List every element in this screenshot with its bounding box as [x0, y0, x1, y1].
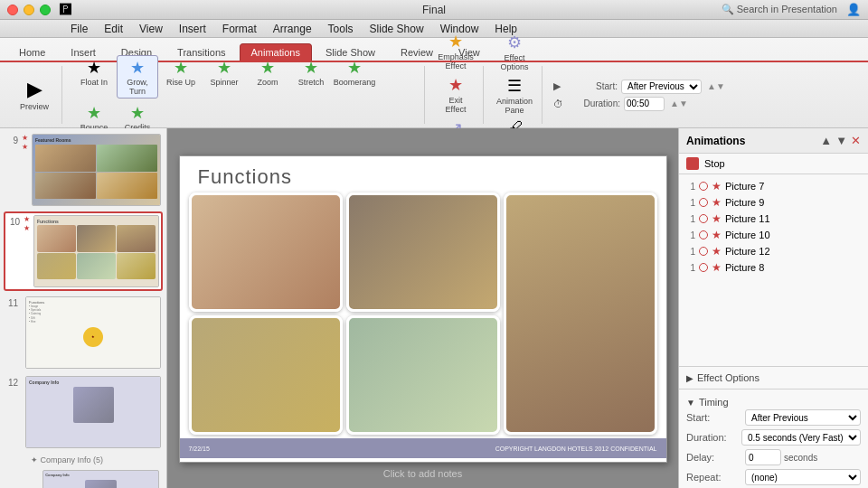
slide-thumb-12[interactable]: 12 Company Info: [4, 374, 163, 450]
timing-duration-select[interactable]: 0.5 seconds (Very Fast) 1 second (Fast) …: [741, 429, 861, 446]
timing-delay-input[interactable]: [745, 449, 781, 465]
stop-label: Stop: [704, 158, 725, 169]
boomerang-icon: ★: [347, 58, 362, 78]
slide-photos: [189, 192, 657, 435]
anim-float-in[interactable]: ★ Float In: [73, 55, 115, 99]
anim-star-1: ★: [712, 196, 722, 209]
menu-arrange[interactable]: Arrange: [266, 22, 319, 36]
company-info-slide-extra: 12 Company Info: [4, 470, 163, 488]
rise-up-icon: ★: [174, 58, 188, 78]
ribbon-group-effects: ★ EmphasisEffect ★ ExitEffect ↗ PathAnim…: [429, 66, 484, 124]
preview-icon: ▶: [27, 78, 42, 101]
slide-num-11: 11: [5, 296, 18, 308]
slide-thumb-11[interactable]: 11 Functions • Image• Specials• Catering…: [4, 295, 163, 371]
slide-footer-date: 7/22/15: [189, 446, 210, 452]
stop-indicator: [686, 157, 699, 170]
slide-photo-3: [504, 192, 657, 435]
menu-view[interactable]: View: [132, 22, 170, 36]
menubar: File Edit View Insert Format Arrange Too…: [0, 20, 868, 38]
tab-home[interactable]: Home: [7, 43, 57, 61]
anim-star-2: ★: [712, 212, 722, 225]
anim-zoom[interactable]: ★ Zoom: [247, 55, 288, 99]
close-panel-icon[interactable]: ✕: [851, 134, 861, 147]
minimize-button[interactable]: [24, 5, 34, 15]
anim-spinner[interactable]: ★ Spinner: [203, 55, 245, 99]
slide-title: Functions: [198, 165, 292, 189]
anim-circle-3: [699, 230, 708, 239]
effect-options-toggle[interactable]: ▶ Effect Options: [686, 371, 861, 385]
slide-footer-copyright: COPYRIGHT LANGDON HOTELS 2012 CONFIDENTI…: [495, 446, 657, 452]
anim-name-1: Picture 9: [725, 197, 863, 208]
effect-options-arrow: ▶: [686, 373, 693, 383]
slide-canvas[interactable]: Functions 7/22/15 COPYRIGHT LANGDON HOTE…: [179, 155, 667, 463]
timing-delay-row: Delay: seconds: [686, 449, 861, 465]
start-select[interactable]: After Previous On Click With Previous: [621, 80, 702, 94]
anim-rise-up[interactable]: ★ Rise Up: [160, 55, 202, 99]
ribbon-group-preview: ▶ Preview: [7, 66, 62, 124]
ribbon-group-options: ⚙ EffectOptions ☰ AnimationPane 🖌 Animat…: [487, 66, 542, 124]
preview-label: Preview: [20, 103, 49, 112]
menu-format[interactable]: Format: [215, 22, 264, 36]
duration-input[interactable]: [624, 97, 665, 111]
anim-name-2: Picture 11: [725, 213, 863, 224]
spinner-icon: ★: [217, 58, 231, 78]
anim-circle-2: [699, 214, 708, 223]
anim-grow-turn[interactable]: ★ Grow, Turn: [117, 55, 158, 99]
add-notes-area[interactable]: Click to add notes: [383, 468, 462, 479]
exit-icon: ★: [448, 75, 463, 95]
titlebar-title: Final: [422, 4, 446, 16]
effect-options-button[interactable]: ⚙ EffectOptions: [495, 31, 534, 74]
ribbon-toolbar: Home Insert Design Transitions Animation…: [0, 38, 868, 128]
timing-start-select[interactable]: After Previous On Click With Previous: [745, 409, 861, 426]
slide-editing-area: Functions 7/22/15 COPYRIGHT LANGDON HOTE…: [167, 128, 678, 488]
anim-item-2[interactable]: 1 ★ Picture 11: [679, 211, 868, 227]
anim-circle-1: [699, 198, 708, 207]
menu-edit[interactable]: Edit: [97, 22, 130, 36]
float-in-icon: ★: [87, 58, 101, 78]
move-down-icon[interactable]: ▼: [835, 134, 847, 147]
anim-item-3[interactable]: 1 ★ Picture 10: [679, 227, 868, 243]
timing-toggle[interactable]: ▼ Timing: [686, 395, 861, 409]
slide-thumb-9[interactable]: 9 ★ ★ Featured Rooms: [4, 132, 163, 208]
close-button[interactable]: [7, 5, 18, 15]
timing-repeat-row: Repeat: (none) 2 3 Until Next Click: [686, 469, 861, 485]
effect-options-section: ▶ Effect Options: [679, 366, 868, 389]
start-label: Start:: [568, 81, 618, 91]
exit-effect-button[interactable]: ★ ExitEffect: [436, 73, 476, 117]
slide-thumb-10[interactable]: 10 ★ ★ Functions: [4, 211, 163, 291]
anim-item-0[interactable]: 1 ★ Picture 7: [679, 178, 868, 194]
anim-stretch[interactable]: ★ Stretch: [290, 55, 332, 99]
anim-num-1: 1: [684, 198, 695, 208]
anim-item-4[interactable]: 1 ★ Picture 12: [679, 243, 868, 259]
anim-star-4: ★: [712, 245, 722, 258]
anim-boomerang[interactable]: ★ Boomerang: [334, 55, 375, 99]
timing-repeat-select[interactable]: (none) 2 3 Until Next Click: [745, 469, 861, 485]
timing-start-row: Start: After Previous On Click With Prev…: [686, 409, 861, 426]
timing-arrow: ▼: [686, 398, 695, 408]
menu-insert[interactable]: Insert: [172, 22, 213, 36]
maximize-button[interactable]: [40, 5, 51, 15]
effect-options-icon: ⚙: [507, 33, 522, 52]
anim-num-4: 1: [684, 247, 695, 257]
menu-file[interactable]: File: [63, 22, 95, 36]
menu-tools[interactable]: Tools: [321, 22, 361, 36]
titlebar-right: 🔍 Search in Presentation 👤: [722, 3, 861, 16]
timing-duration-label: Duration:: [686, 432, 741, 443]
anim-star-3: ★: [712, 229, 722, 241]
ribbon-group-timing: ▶ Start: After Previous On Click With Pr…: [546, 66, 732, 124]
move-up-icon[interactable]: ▲: [820, 134, 832, 147]
emphasis-effect-button[interactable]: ★ EmphasisEffect: [436, 30, 476, 73]
zoom-icon: ★: [260, 58, 275, 78]
stretch-icon: ★: [304, 58, 318, 78]
anim-num-0: 1: [684, 182, 695, 192]
menu-slideshow[interactable]: Slide Show: [363, 22, 431, 36]
anim-item-5[interactable]: 1 ★ Picture 8: [679, 259, 868, 276]
timing-delay-unit: seconds: [784, 453, 817, 463]
anim-name-0: Picture 7: [725, 181, 863, 192]
preview-button[interactable]: ▶ Preview: [14, 73, 54, 117]
slide-thumbnail-9: Featured Rooms: [32, 134, 161, 206]
slide-num-12: 12: [5, 376, 18, 388]
animation-pane-button[interactable]: ☰ AnimationPane: [495, 74, 534, 117]
anim-item-1[interactable]: 1 ★ Picture 9: [679, 194, 868, 211]
timing-controls: ▶ Start: After Previous On Click With Pr…: [553, 80, 725, 111]
